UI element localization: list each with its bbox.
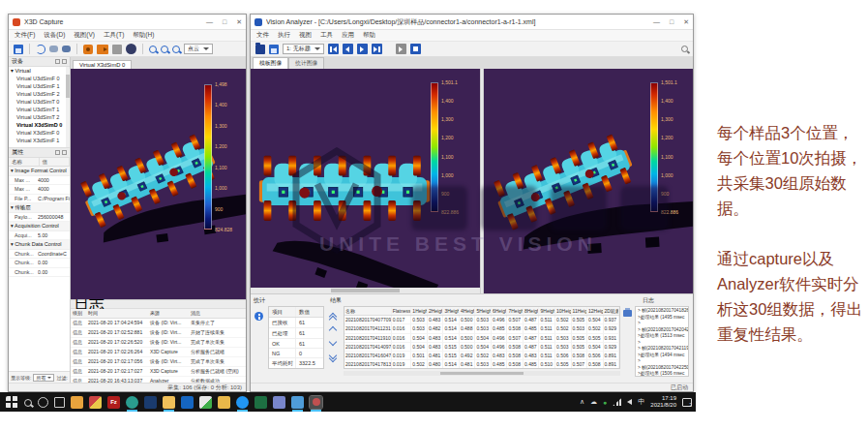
property-group[interactable]: ▾ 传输层 [9,203,70,213]
log-row[interactable]: 信息2021-08-20 17:02:26:520设备 (ID: Virt...… [71,338,246,348]
results-column-header[interactable]: 4Heigh [460,307,476,315]
results-column-header[interactable]: 10Heig [555,307,572,315]
property-value[interactable]: 4000 [38,185,70,194]
taskbar-search-icon[interactable] [24,399,32,407]
results-column-header[interactable]: 7Height [507,307,524,315]
collapse-icon[interactable] [55,150,60,155]
tab-virtual-x3dsimd0[interactable]: Virtual X3dSimD 0 [73,60,132,69]
app-edge-icon[interactable] [126,396,138,409]
stats-row[interactable]: NG0 [269,349,323,358]
property-row[interactable]: Chunk...CoordinateC [9,250,70,260]
tree-scrollbar[interactable] [66,67,70,147]
prev-frame-button[interactable] [343,44,353,54]
name-column-header[interactable]: 名称 [9,158,40,166]
disconnect-icon[interactable] [62,46,71,52]
results-column-header[interactable]: 6Height [492,307,508,315]
results-column-header[interactable]: 8Height [524,307,540,315]
continuous-capture-icon[interactable] [97,45,108,54]
capture-3d-viewport[interactable]: 1,4981,4001,3001,2001,1001,000900824.828 [71,69,246,299]
ime-indicator[interactable]: 中 [638,397,644,407]
results-hscrollbar[interactable] [344,371,620,376]
property-row[interactable]: Paylo...256000048 [9,213,70,223]
tab-template-image[interactable]: 模板图像 [253,57,288,69]
log-row[interactable]: 信息2021-08-20 17:02:17:056设备 (ID: Virt...… [71,357,246,367]
log-row[interactable]: 信息2021-08-20 17:02:52:881设备 (ID: Virt...… [71,328,246,338]
app-file-explorer-icon[interactable] [163,396,175,409]
capture-close-button[interactable]: ✕ [236,18,242,26]
results-column-header[interactable]: 12Height [587,307,604,315]
capture-maximize-button[interactable]: □ [223,18,226,26]
menu-item[interactable]: 设备(D) [44,31,65,40]
app-active-capture-icon[interactable] [310,396,322,409]
property-group[interactable]: ▾ Image Format Control [9,167,70,176]
menu-item[interactable]: 文件 [256,31,269,40]
results-row[interactable]: 202108201704160470.0190.5010.4810.5150.4… [344,352,619,360]
property-value[interactable]: 0.00 [38,259,70,267]
log-row[interactable]: 信息2021-08-20 17:04:24:594设备 (ID: Virt...… [71,319,246,328]
stop-icon[interactable] [112,45,122,54]
results-column-header[interactable]: 2D轮廓 [604,307,620,315]
results-column-header[interactable]: 1Heigh [411,307,428,315]
results-row[interactable]: 202108201704077090.0170.5030.4830.5140.5… [344,316,619,324]
recipe-dropdown[interactable]: 1: 无标题 [283,44,324,54]
analyzer-viewport-result[interactable]: 1,501.11,4001,3001,2001,1001,000900822.8… [484,69,693,293]
property-value[interactable]: 256000048 [38,213,70,222]
property-row[interactable]: Max ...4000 [9,185,70,195]
results-column-header[interactable]: 3Heigh [443,307,460,315]
device-tree-root[interactable]: ▾ Virtual [9,67,70,75]
run-button[interactable] [396,44,406,54]
menu-item[interactable]: 视图(V) [74,31,95,40]
app-pencil-icon[interactable] [89,396,102,409]
search-icon[interactable] [681,46,688,52]
app-hand-icon[interactable] [71,396,83,409]
app-outlook-icon[interactable] [181,396,194,409]
stats-row[interactable]: 平均耗时3322.5 [269,358,323,369]
prev-row-icon[interactable] [330,325,337,332]
record-icon[interactable] [126,44,136,54]
speaker-icon[interactable] [627,399,632,405]
next-frame-button[interactable] [357,44,368,54]
results-column-header[interactable]: 9Height [539,307,555,315]
tree-item-device[interactable]: Virtual U3dSimF 2 [9,90,70,98]
app-spheres-icon[interactable] [199,396,212,409]
collapse-icon[interactable] [55,59,60,64]
property-row[interactable]: File P...C:/Program Fil... [9,195,70,204]
analyzer-maximize-button[interactable]: □ [670,18,673,26]
tray-cloud-icon[interactable]: ☁ [590,398,597,406]
stop-button[interactable] [410,44,421,54]
property-group[interactable]: ▾ Acquisition Control [9,222,70,231]
log-row[interactable]: 信息2021-08-20 17:02:17:027X3D Capture分析服务… [71,367,246,377]
render-mode-dropdown[interactable]: 点云 [184,44,213,54]
tree-item-device[interactable]: Virtual U3dSimF 1 [9,82,70,90]
results-row[interactable]: 202108201704119100.0160.5040.4830.5140.5… [344,334,619,343]
zoom-out-icon[interactable] [161,46,168,53]
property-row[interactable]: Chunk...0.00 [9,259,70,268]
tree-item-device[interactable]: Virtual U3dSimF 0 [9,75,70,82]
results-row[interactable]: 202108201704178130.0190.5020.4800.5140.4… [344,360,619,369]
analyzer-minimize-button[interactable]: — [653,18,660,26]
tree-item-device[interactable]: Virtual U3dSimT 2 [9,113,70,121]
property-value[interactable]: 0.00 [38,268,70,277]
stats-column-header[interactable]: 项目 [269,307,296,317]
app-3d-viewer-icon[interactable] [273,396,285,409]
value-column-header[interactable]: 值 [40,158,71,166]
analyzer-close-button[interactable]: ✕ [683,18,689,26]
menu-item[interactable]: 文件(F) [15,31,35,40]
stats-column-header[interactable]: 数值 [296,307,323,317]
connect-icon[interactable] [49,46,58,52]
last-frame-button[interactable] [372,44,382,54]
action-center-icon[interactable]: 2 [682,398,692,407]
analyzer-viewport-template[interactable]: 1,501.11,4001,3001,2001,1001,000900822.8… [251,69,480,293]
results-column-header[interactable]: 名称 [344,307,392,315]
menu-item[interactable]: 执行 [278,31,290,40]
stats-row[interactable]: OK61 [269,339,323,349]
results-column-header[interactable]: 11Heig [572,307,588,315]
app-photos-icon[interactable] [291,396,304,409]
tab-stats-image[interactable]: 统计图像 [288,57,324,69]
app-beer-icon[interactable] [218,396,230,409]
property-value[interactable]: C:/Program Fil... [38,195,70,203]
property-row[interactable]: Acqui...5.00 [9,231,70,241]
cortana-icon[interactable] [38,397,48,408]
capture-titlebar[interactable]: X3D Capture — □ ✕ [9,15,246,30]
tree-item-device[interactable]: Virtual U3dSimT 1 [9,106,70,113]
